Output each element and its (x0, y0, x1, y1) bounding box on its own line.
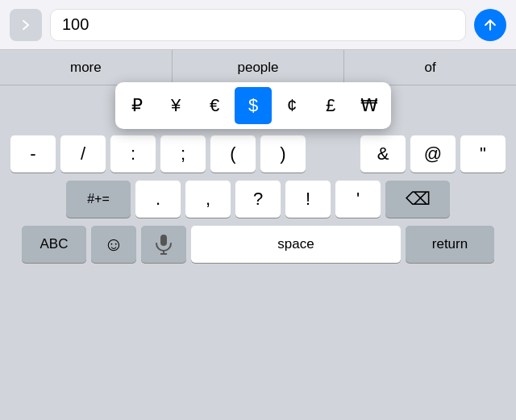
key-ampersand[interactable]: & (360, 135, 406, 173)
key-ruble[interactable]: ₽ (119, 87, 156, 124)
bottom-row: ABC ☺ space return (2, 226, 514, 263)
suggestion-of[interactable]: of (344, 50, 516, 85)
key-close-paren[interactable]: ) (260, 135, 306, 173)
key-cent[interactable]: ¢ (273, 87, 310, 124)
key-period[interactable]: . (135, 181, 181, 218)
key-dash[interactable]: - (10, 135, 56, 173)
symbols-row: - / : ; ( ) & @ " (2, 135, 514, 173)
key-euro[interactable]: € (196, 87, 233, 124)
text-input[interactable] (50, 9, 466, 41)
mic-icon (155, 234, 173, 255)
key-pound[interactable]: £ (312, 87, 349, 124)
key-won[interactable]: ₩ (351, 87, 388, 124)
key-quote[interactable]: " (460, 135, 506, 173)
key-open-paren[interactable]: ( (210, 135, 256, 173)
key-question[interactable]: ? (235, 181, 281, 218)
key-exclaim[interactable]: ! (285, 181, 331, 218)
key-apostrophe[interactable]: ' (335, 181, 381, 218)
emoji-icon: ☺ (104, 233, 124, 256)
suggestion-more[interactable]: more (0, 50, 173, 85)
key-colon[interactable]: : (110, 135, 156, 173)
suggestion-people[interactable]: people (173, 50, 345, 85)
chevron-right-icon (19, 18, 33, 32)
key-slash[interactable]: / (60, 135, 106, 173)
key-delete[interactable]: ⌫ (385, 181, 450, 218)
key-dollar[interactable]: $ (235, 87, 272, 124)
suggestions-bar: more people of (0, 50, 516, 85)
key-emoji[interactable]: ☺ (91, 226, 136, 263)
key-at[interactable]: @ (410, 135, 456, 173)
key-comma[interactable]: , (185, 181, 231, 218)
chevron-button[interactable] (10, 9, 42, 41)
key-abc[interactable]: ABC (22, 226, 86, 263)
send-icon (482, 17, 498, 33)
currency-popup: ₽ ¥ € $ ¢ £ ₩ (115, 82, 391, 129)
key-return[interactable]: return (406, 226, 494, 263)
delete-icon: ⌫ (406, 189, 431, 210)
key-mic[interactable] (141, 226, 186, 263)
svg-rect-0 (160, 235, 167, 246)
key-spacer (310, 135, 356, 173)
special-row: #+= . , ? ! ' ⌫ (2, 181, 514, 218)
key-space[interactable]: space (191, 226, 401, 263)
key-yen[interactable]: ¥ (157, 87, 194, 124)
send-button[interactable] (474, 9, 506, 41)
keyboard: 1 2 3 ₽ ¥ € $ ¢ £ ₩ - / : ; ( ) & @ " #+… (0, 85, 516, 269)
key-semicolon[interactable]: ; (160, 135, 206, 173)
digits-row: 1 2 3 ₽ ¥ € $ ¢ £ ₩ (2, 90, 514, 127)
key-hashplus[interactable]: #+= (66, 181, 131, 218)
top-bar (0, 0, 516, 50)
